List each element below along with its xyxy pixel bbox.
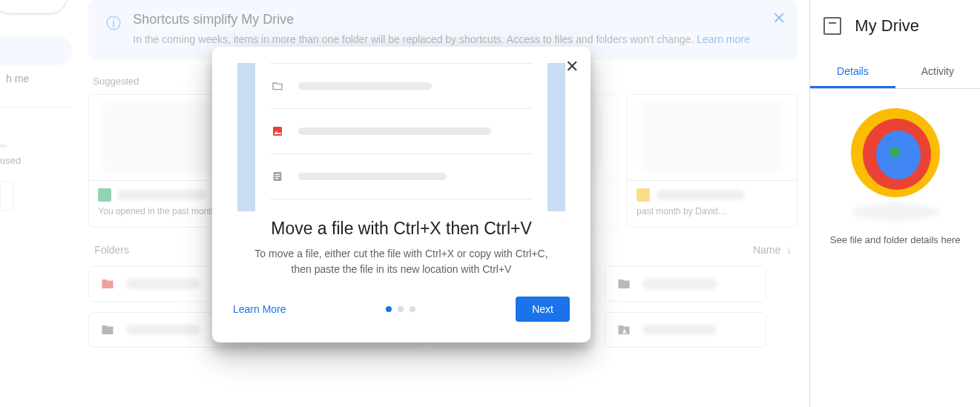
modal-description: To move a file, either cut the file with…	[212, 246, 591, 277]
image-icon	[270, 125, 285, 137]
svg-rect-3	[273, 127, 282, 136]
modal-learn-more-link[interactable]: Learn More	[233, 303, 286, 315]
modal-close-icon[interactable]: ✕	[565, 57, 579, 76]
next-button[interactable]: Next	[516, 297, 570, 322]
svg-rect-7	[275, 178, 279, 179]
dot-2[interactable]	[398, 306, 404, 312]
modal-scrim: ✕ Move a file with Ctrl+X then Ctrl+V To…	[0, 0, 803, 407]
modal-illustration	[237, 63, 565, 199]
details-hint: See file and folder details here	[810, 234, 980, 245]
folder-outline-icon	[270, 80, 285, 92]
pagination-dots	[386, 306, 415, 312]
svg-rect-6	[275, 176, 280, 176]
svg-rect-5	[275, 174, 280, 175]
onboarding-modal: ✕ Move a file with Ctrl+X then Ctrl+V To…	[212, 47, 591, 343]
details-illustration	[810, 108, 980, 197]
tab-activity[interactable]: Activity	[895, 56, 980, 88]
modal-title: Move a file with Ctrl+X then Ctrl+V	[230, 219, 573, 239]
doc-icon	[270, 171, 285, 182]
dot-3[interactable]	[410, 306, 415, 312]
tab-details[interactable]: Details	[810, 56, 895, 88]
details-title: My Drive	[855, 16, 919, 36]
dot-1[interactable]	[386, 306, 392, 312]
details-panel: My Drive Details Activity See file and f…	[809, 0, 980, 407]
drive-icon	[823, 17, 841, 35]
